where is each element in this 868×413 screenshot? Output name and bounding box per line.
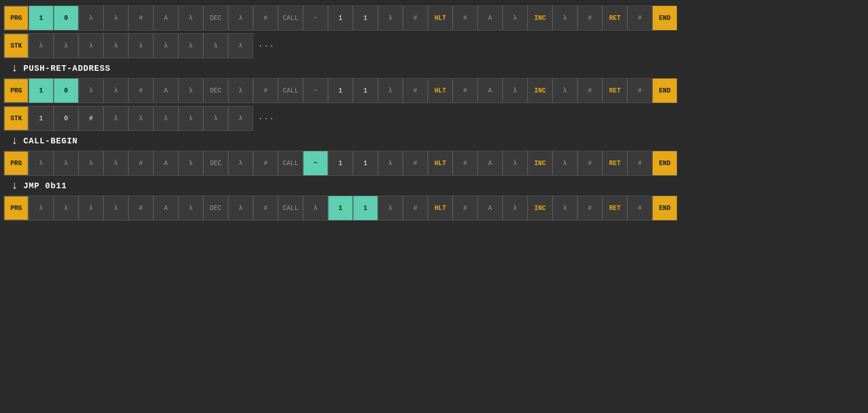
- cell-prg2-15: #: [403, 78, 428, 103]
- cell-prg2-16: HLT: [428, 78, 453, 103]
- cell-prg4-24: #: [627, 196, 652, 221]
- cell-prg1-8: λ: [228, 6, 253, 31]
- cell-stk2-5: λ: [153, 106, 178, 131]
- step-arrow-1: ↓ PUSH-RET-ADDRESS: [11, 62, 864, 74]
- cell-prg4-6: λ: [178, 196, 203, 221]
- step-label-2: CALL-BEGIN: [23, 136, 78, 146]
- cell-prg2-11: ~: [303, 78, 328, 103]
- stk-label-2: STK: [4, 106, 29, 131]
- cell-prg1-0: 1: [29, 6, 54, 31]
- cell-prg2-0: 1: [29, 78, 54, 103]
- cell-prg4-16: HLT: [428, 196, 453, 221]
- cell-prg2-9: #: [253, 78, 278, 103]
- cell-prg1-12: 1: [328, 6, 353, 31]
- cell-prg1-22: #: [577, 6, 602, 31]
- arrow-down-1: ↓: [11, 62, 18, 74]
- cell-prg3-15: #: [403, 151, 428, 176]
- cell-prg1-18: A: [478, 6, 503, 31]
- cell-prg3-18: A: [478, 151, 503, 176]
- cell-prg3-7: DEC: [203, 151, 228, 176]
- cell-prg2-13: 1: [353, 78, 378, 103]
- cell-prg2-5: A: [153, 78, 178, 103]
- cell-prg1-17: #: [453, 6, 478, 31]
- cell-prg3-11: ~: [303, 151, 328, 176]
- cell-prg4-19: λ: [503, 196, 528, 221]
- cell-prg3-17: #: [453, 151, 478, 176]
- cell-prg4-23: RET: [602, 196, 627, 221]
- arrow-down-3: ↓: [11, 179, 18, 192]
- cell-prg4-22: #: [577, 196, 602, 221]
- cell-prg2-20: INC: [528, 78, 552, 103]
- cell-stk1-4: λ: [128, 33, 153, 58]
- prg-label-4: PRG: [4, 196, 29, 221]
- cell-prg1-21: λ: [552, 6, 577, 31]
- cell-prg2-10: CALL: [278, 78, 303, 103]
- cell-prg3-1: λ: [54, 151, 79, 176]
- cell-prg3-13: 1: [353, 151, 378, 176]
- prg-label-2: PRG: [4, 78, 29, 103]
- cell-prg3-22: #: [577, 151, 602, 176]
- cell-prg4-25: END: [652, 196, 677, 221]
- cell-prg4-15: #: [403, 196, 428, 221]
- cell-prg2-4: #: [128, 78, 153, 103]
- cell-stk1-1: λ: [54, 33, 79, 58]
- cell-prg2-7: DEC: [203, 78, 228, 103]
- cell-stk2-0: 1: [29, 106, 54, 131]
- cell-prg1-25: END: [652, 6, 677, 31]
- step-label-1: PUSH-RET-ADDRESS: [23, 64, 110, 73]
- cell-prg4-11: λ: [303, 196, 328, 221]
- cell-stk1-3: λ: [103, 33, 128, 58]
- cell-prg1-9: #: [253, 6, 278, 31]
- stk-row-1: STK λ λ λ λ λ λ λ λ λ ···: [4, 33, 864, 58]
- cell-prg2-22: #: [577, 78, 602, 103]
- cell-prg4-10: CALL: [278, 196, 303, 221]
- cell-prg1-20: INC: [528, 6, 552, 31]
- cell-prg2-21: λ: [552, 78, 577, 103]
- cell-prg1-2: λ: [79, 6, 103, 31]
- prg-label-3: PRG: [4, 151, 29, 176]
- cell-prg3-19: λ: [503, 151, 528, 176]
- step-label-3: JMP 0b11: [23, 181, 67, 191]
- cell-prg2-14: λ: [378, 78, 403, 103]
- cell-stk1-7: λ: [203, 33, 228, 58]
- cell-prg3-0: λ: [29, 151, 54, 176]
- step-arrow-2: ↓ CALL-BEGIN: [11, 135, 864, 147]
- cell-prg3-2: λ: [79, 151, 103, 176]
- cell-prg1-10: CALL: [278, 6, 303, 31]
- cell-stk2-8: λ: [228, 106, 253, 131]
- cell-prg2-19: λ: [503, 78, 528, 103]
- cell-prg4-1: λ: [54, 196, 79, 221]
- cell-prg2-18: A: [478, 78, 503, 103]
- cell-prg4-13: 1: [353, 196, 378, 221]
- cell-prg3-14: λ: [378, 151, 403, 176]
- cell-prg4-2: λ: [79, 196, 103, 221]
- cell-stk2-4: λ: [128, 106, 153, 131]
- cell-stk1-2: λ: [79, 33, 103, 58]
- cell-prg1-7: DEC: [203, 6, 228, 31]
- cell-prg1-15: #: [403, 6, 428, 31]
- cell-prg1-4: #: [128, 6, 153, 31]
- cell-stk2-1: 0: [54, 106, 79, 131]
- stk1-dots: ···: [258, 41, 274, 51]
- cell-prg1-24: #: [627, 6, 652, 31]
- cell-prg4-4: #: [128, 196, 153, 221]
- cell-stk2-2: #: [79, 106, 103, 131]
- cell-prg2-1: 0: [54, 78, 79, 103]
- cell-prg2-25: END: [652, 78, 677, 103]
- cell-prg1-3: λ: [103, 6, 128, 31]
- cell-prg1-19: λ: [503, 6, 528, 31]
- cell-prg3-3: λ: [103, 151, 128, 176]
- cell-prg1-14: λ: [378, 6, 403, 31]
- cell-prg3-16: HLT: [428, 151, 453, 176]
- cell-prg2-12: 1: [328, 78, 353, 103]
- cell-prg1-16: HLT: [428, 6, 453, 31]
- cell-prg4-8: λ: [228, 196, 253, 221]
- cell-prg4-7: DEC: [203, 196, 228, 221]
- cell-prg1-23: RET: [602, 6, 627, 31]
- cell-stk2-7: λ: [203, 106, 228, 131]
- prg-row-2: PRG 1 0 λ λ # A λ DEC λ # CALL ~ 1 1 λ #…: [4, 78, 864, 103]
- cell-stk2-3: λ: [103, 106, 128, 131]
- cell-prg1-5: A: [153, 6, 178, 31]
- step-arrow-3: ↓ JMP 0b11: [11, 179, 864, 192]
- cell-prg2-17: #: [453, 78, 478, 103]
